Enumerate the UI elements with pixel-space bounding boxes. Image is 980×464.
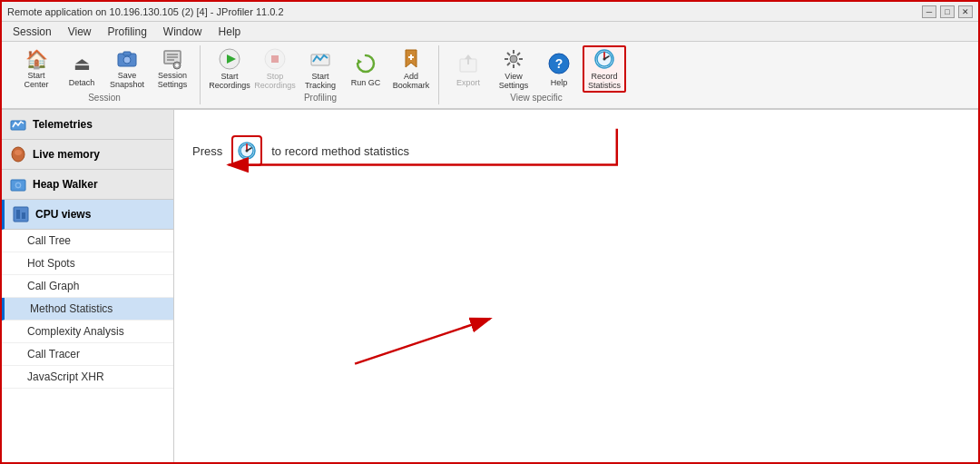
sidebar-item-complexity-analysis[interactable]: Complexity Analysis (2, 321, 173, 343)
svg-rect-13 (271, 55, 279, 63)
sidebar: Telemetries Live memory Heap Walker (2, 110, 174, 464)
session-buttons: 🏠 Start Center ⏏ Detach SaveSnapshot (15, 45, 194, 93)
svg-point-22 (510, 55, 517, 63)
cpu-views-label: CPU views (35, 208, 91, 221)
save-snapshot-button[interactable]: SaveSnapshot (105, 45, 149, 93)
start-tracking-label: StartTracking (305, 73, 336, 91)
live-memory-icon (9, 145, 27, 163)
toolbar-group-session: 🏠 Start Center ⏏ Detach SaveSnapshot (9, 45, 201, 104)
sidebar-item-call-tree[interactable]: Call Tree (2, 230, 173, 252)
view-specific-group-label: View specific (446, 93, 626, 104)
message-suffix: to record method statistics (271, 144, 409, 158)
session-settings-icon (159, 48, 186, 70)
sidebar-item-live-memory[interactable]: Live memory (2, 140, 173, 170)
run-gc-button[interactable]: Run GC (344, 45, 387, 93)
menu-window[interactable]: Window (156, 24, 210, 40)
stop-recordings-button[interactable]: StopRecordings (253, 45, 297, 93)
start-center-icon: 🏠 (23, 48, 50, 70)
minimize-button[interactable]: ─ (922, 5, 936, 18)
profiling-buttons: StartRecordings StopRecordings (208, 45, 433, 93)
telemetries-label: Telemetries (33, 118, 93, 131)
profiling-group-label: Profiling (208, 93, 433, 104)
method-statistics-label: Method Statistics (30, 302, 113, 315)
record-icon-box (231, 135, 262, 166)
session-settings-label: SessionSettings (158, 72, 188, 90)
telemetries-icon (9, 115, 27, 133)
svg-line-29 (517, 53, 520, 55)
svg-point-51 (246, 150, 249, 153)
toolbar-group-profiling: StartRecordings StopRecordings (202, 45, 439, 104)
start-recordings-icon (216, 47, 243, 71)
run-gc-label: Run GC (351, 79, 381, 88)
svg-line-28 (517, 63, 520, 65)
menu-view[interactable]: View (61, 24, 99, 40)
start-tracking-icon (307, 47, 334, 71)
sidebar-item-call-tracer[interactable]: Call Tracer (2, 343, 173, 366)
view-specific-buttons: Export (446, 45, 626, 93)
toolbar: 🏠 Start Center ⏏ Detach SaveSnapshot (2, 42, 978, 110)
svg-marker-15 (358, 59, 362, 64)
hot-spots-label: Hot Spots (27, 257, 75, 270)
add-bookmark-button[interactable]: AddBookmark (389, 45, 433, 93)
save-snapshot-label: SaveSnapshot (110, 72, 144, 90)
stop-recordings-icon (261, 47, 289, 71)
heap-walker-icon (9, 175, 27, 193)
sidebar-item-hot-spots[interactable]: Hot Spots (2, 252, 173, 275)
call-graph-label: Call Graph (27, 280, 79, 292)
start-center-button[interactable]: 🏠 Start Center (15, 45, 58, 93)
menu-profiling[interactable]: Profiling (101, 24, 154, 40)
start-recordings-button[interactable]: StartRecordings (208, 45, 251, 93)
svg-point-37 (603, 58, 606, 61)
svg-rect-44 (14, 207, 28, 222)
sidebar-item-heap-walker[interactable]: Heap Walker (2, 170, 173, 200)
export-button[interactable]: Export (446, 45, 490, 93)
complexity-analysis-label: Complexity Analysis (27, 325, 124, 338)
detach-label: Detach (69, 79, 95, 88)
add-bookmark-label: AddBookmark (393, 73, 430, 91)
svg-point-40 (15, 150, 22, 155)
export-label: Export (456, 79, 480, 88)
live-memory-label: Live memory (33, 148, 100, 161)
start-center-label: Start Center (17, 72, 55, 90)
svg-line-27 (507, 53, 510, 55)
javascript-xhr-label: JavaScript XHR (27, 370, 104, 383)
sidebar-item-cpu-views[interactable]: CPU views (2, 200, 173, 230)
svg-point-43 (16, 183, 20, 187)
menu-help[interactable]: Help (211, 24, 249, 40)
cpu-views-icon (12, 205, 30, 223)
session-group-label: Session (15, 93, 194, 104)
menu-session[interactable]: Session (5, 24, 59, 40)
start-tracking-button[interactable]: StartTracking (299, 45, 342, 93)
svg-point-1 (123, 56, 131, 64)
snapshot-icon (113, 48, 141, 70)
view-settings-button[interactable]: ViewSettings (492, 45, 535, 93)
content-message: Press to record method statistics (192, 135, 960, 166)
close-button[interactable]: ✕ (958, 5, 973, 18)
session-settings-button[interactable]: SessionSettings (151, 45, 194, 93)
sidebar-item-telemetries[interactable]: Telemetries (2, 110, 173, 140)
run-gc-icon (352, 50, 379, 77)
call-tree-label: Call Tree (27, 234, 71, 247)
record-statistics-icon (591, 47, 618, 71)
call-tracer-label: Call Tracer (27, 348, 80, 360)
view-settings-icon (500, 47, 527, 71)
content-area: Press to record method statistics (174, 110, 978, 464)
sidebar-item-method-statistics[interactable]: Method Statistics (2, 298, 173, 321)
svg-line-30 (507, 63, 510, 65)
svg-text:?: ? (555, 56, 564, 71)
detach-button[interactable]: ⏏ Detach (60, 45, 103, 93)
main-area: Telemetries Live memory Heap Walker (2, 110, 978, 464)
sidebar-item-call-graph[interactable]: Call Graph (2, 275, 173, 298)
view-settings-label: ViewSettings (499, 73, 529, 91)
help-icon: ? (545, 50, 573, 77)
svg-rect-46 (22, 212, 25, 219)
detach-icon: ⏏ (68, 50, 95, 77)
maximize-button[interactable]: □ (940, 5, 955, 18)
sidebar-item-javascript-xhr[interactable]: JavaScript XHR (2, 366, 173, 389)
export-icon (455, 50, 482, 77)
start-recordings-label: StartRecordings (209, 73, 250, 91)
help-label: Help (551, 79, 568, 88)
record-statistics-button[interactable]: RecordStatistics (583, 45, 626, 93)
help-button[interactable]: ? Help (537, 45, 581, 93)
svg-rect-45 (16, 210, 20, 219)
